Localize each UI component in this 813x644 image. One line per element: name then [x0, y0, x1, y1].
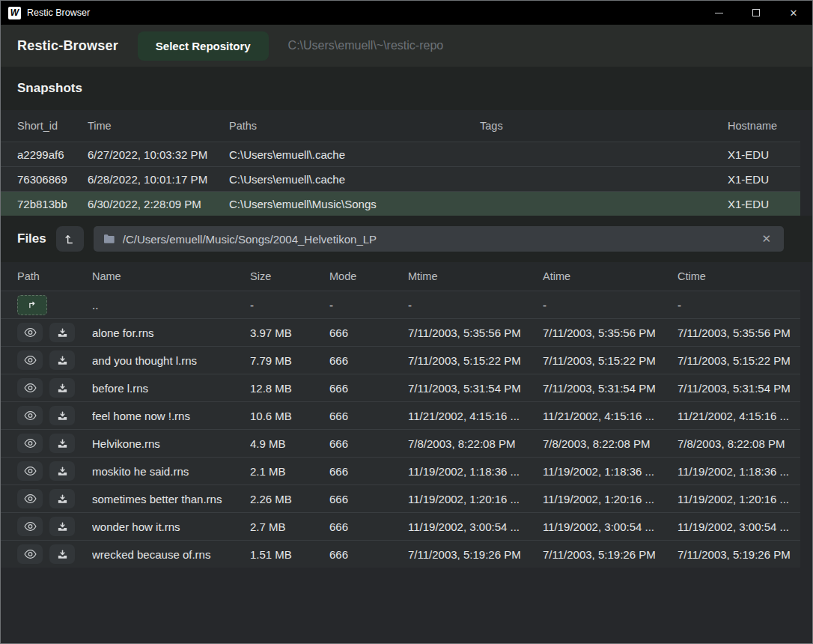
parent-name: .. — [92, 299, 250, 312]
download-icon — [57, 493, 68, 505]
app-title: Restic-Browser — [17, 38, 118, 54]
up-level-button[interactable] — [56, 226, 84, 252]
close-button[interactable]: ✕ — [775, 1, 812, 25]
snapshot-short-id: a2299af6 — [17, 148, 88, 161]
file-atime: 11/21/2002, 4:15:16 ... — [543, 410, 678, 422]
preview-file-button[interactable] — [17, 517, 43, 536]
file-ctime: 7/11/2003, 5:31:54 PM — [678, 382, 800, 395]
preview-file-button[interactable] — [17, 323, 43, 342]
files-table: alone for.rns 3.97 MB 666 7/11/2003, 5:3… — [1, 318, 812, 568]
file-row: wonder how it.rns 2.7 MB 666 11/19/2002,… — [1, 512, 800, 540]
preview-file-button[interactable] — [17, 544, 43, 564]
files-current-path: /C/Users/emuell/Music/Songs/2004_Helveti… — [123, 233, 377, 246]
column-header: Mtime — [408, 270, 543, 282]
clear-path-button[interactable]: ✕ — [758, 231, 774, 247]
file-row: before l.rns 12.8 MB 666 7/11/2003, 5:31… — [1, 374, 800, 401]
parent-mode: - — [329, 299, 408, 312]
restore-file-button[interactable] — [49, 544, 75, 564]
parent-mtime: - — [408, 299, 543, 312]
file-row: Helvikone.rns 4.9 MB 666 7/8/2003, 8:22:… — [1, 429, 800, 457]
select-repository-button[interactable]: Select Repository — [138, 31, 269, 61]
file-size: 2.7 MB — [250, 520, 329, 533]
file-ctime: 11/19/2002, 1:18:36 ... — [678, 465, 800, 478]
file-name: sometimes better than.rns — [92, 493, 250, 505]
maximize-icon — [752, 9, 760, 16]
file-atime: 7/11/2003, 5:35:56 PM — [543, 326, 678, 339]
preview-file-button[interactable] — [17, 461, 43, 481]
column-header: Name — [92, 270, 250, 282]
eye-icon — [24, 438, 37, 449]
file-mode: 666 — [329, 326, 408, 339]
snapshot-short-id: 76306869 — [17, 173, 88, 186]
file-mtime: 11/19/2002, 1:18:36 ... — [408, 465, 543, 478]
file-atime: 7/11/2003, 5:15:22 PM — [543, 354, 678, 367]
snapshot-short-id: 72b813bb — [17, 198, 88, 210]
file-size: 7.79 MB — [250, 354, 329, 367]
restore-file-button[interactable] — [49, 406, 75, 425]
restore-file-button[interactable] — [49, 378, 75, 398]
column-header: Short_id — [17, 120, 88, 132]
file-name: alone for.rns — [92, 326, 250, 339]
file-atime: 11/19/2002, 3:00:54 ... — [543, 520, 678, 533]
file-name: Helvikone.rns — [92, 437, 250, 450]
file-size: 1.51 MB — [250, 548, 329, 561]
file-mode: 666 — [329, 520, 408, 533]
preview-file-button[interactable] — [17, 489, 43, 508]
download-icon — [57, 438, 68, 449]
files-path-bar[interactable]: /C/Users/emuell/Music/Songs/2004_Helveti… — [94, 226, 784, 252]
file-mtime: 11/21/2002, 4:15:16 ... — [408, 410, 543, 422]
column-header: Mode — [329, 270, 408, 282]
file-size: 2.26 MB — [250, 493, 329, 505]
eye-icon — [24, 493, 37, 504]
file-mode: 666 — [329, 382, 408, 395]
preview-file-button[interactable] — [17, 434, 43, 453]
file-ctime: 11/19/2002, 3:00:54 ... — [678, 520, 800, 533]
minimize-button[interactable] — [700, 1, 737, 25]
snapshots-title: Snapshots — [17, 81, 82, 95]
snapshot-row[interactable]: a2299af6 6/27/2022, 10:03:32 PM C:\Users… — [1, 142, 800, 166]
empty-area — [1, 568, 812, 644]
file-row: sometimes better than.rns 2.26 MB 666 11… — [1, 484, 800, 512]
restore-file-button[interactable] — [49, 350, 75, 370]
window-controls: ✕ — [700, 1, 812, 25]
file-size: 10.6 MB — [250, 410, 329, 422]
file-atime: 7/11/2003, 5:31:54 PM — [543, 382, 678, 395]
file-ctime: 7/8/2003, 8:22:08 PM — [678, 437, 800, 450]
column-header: Hostname — [728, 120, 800, 132]
snapshot-paths: C:\Users\emuell\Music\Songs — [229, 198, 480, 210]
column-header: Paths — [229, 120, 480, 132]
file-row: and you thought l.rns 7.79 MB 666 7/11/2… — [1, 346, 800, 374]
folder-icon — [103, 234, 115, 244]
go-to-parent-button[interactable] — [17, 295, 47, 315]
eye-icon — [24, 383, 37, 393]
window-title: Restic Browser — [27, 7, 90, 18]
restore-file-button[interactable] — [49, 461, 75, 481]
file-ctime: 7/11/2003, 5:15:22 PM — [678, 354, 800, 367]
file-atime: 11/19/2002, 1:18:36 ... — [543, 465, 678, 478]
restore-file-button[interactable] — [49, 489, 75, 508]
file-size: 12.8 MB — [250, 382, 329, 395]
snapshot-row[interactable]: 72b813bb 6/30/2022, 2:28:09 PM C:\Users\… — [1, 191, 800, 216]
repository-path-field[interactable]: C:\Users\emuell\~\restic-repo — [288, 39, 444, 52]
snapshot-hostname: X1-EDU — [728, 173, 800, 186]
snapshots-section-header: Snapshots — [1, 67, 812, 110]
snapshot-time: 6/28/2022, 10:01:17 PM — [88, 173, 229, 186]
download-icon — [57, 410, 68, 422]
maximize-button[interactable] — [737, 1, 775, 25]
wails-logo-icon: W — [8, 7, 21, 19]
preview-file-button[interactable] — [17, 350, 43, 370]
preview-file-button[interactable] — [17, 406, 43, 425]
file-mtime: 7/11/2003, 5:15:22 PM — [408, 354, 543, 367]
download-icon — [57, 383, 68, 394]
file-atime: 7/11/2003, 5:19:26 PM — [543, 548, 678, 561]
eye-icon — [24, 327, 37, 338]
file-mtime: 11/19/2002, 1:20:16 ... — [408, 493, 543, 505]
file-ctime: 11/19/2002, 1:20:16 ... — [678, 493, 800, 505]
restore-file-button[interactable] — [49, 434, 75, 453]
preview-file-button[interactable] — [17, 378, 43, 398]
file-size: 4.9 MB — [250, 437, 329, 450]
snapshot-row[interactable]: 76306869 6/28/2022, 10:01:17 PM C:\Users… — [1, 166, 800, 191]
parent-directory-row[interactable]: .. - - - - - — [1, 291, 800, 318]
restore-file-button[interactable] — [49, 323, 75, 342]
restore-file-button[interactable] — [49, 517, 75, 536]
